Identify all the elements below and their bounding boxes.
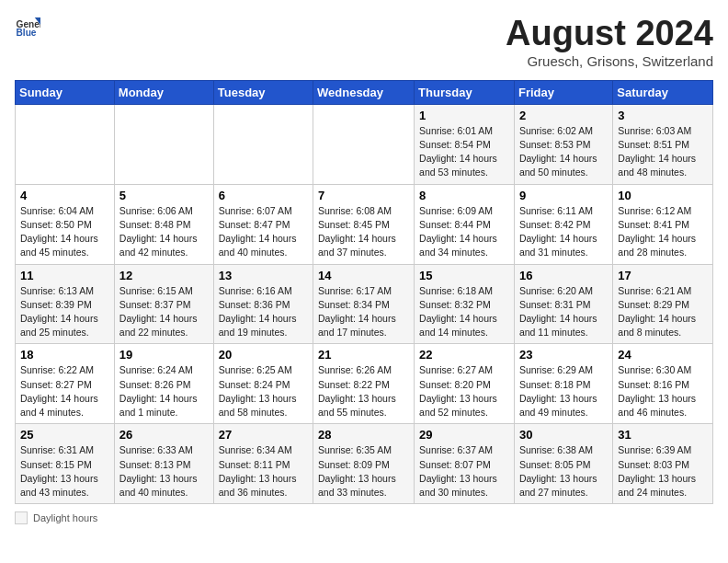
day-info: Sunrise: 6:37 AM Sunset: 8:07 PM Dayligh… [419, 443, 509, 500]
calendar-header-cell: Sunday [16, 80, 115, 104]
calendar-cell [16, 104, 115, 184]
day-info: Sunrise: 6:35 AM Sunset: 8:09 PM Dayligh… [318, 443, 409, 500]
day-number: 8 [419, 189, 509, 202]
day-info: Sunrise: 6:08 AM Sunset: 8:45 PM Dayligh… [318, 204, 409, 260]
daylight-label: Daylight hours [33, 512, 97, 523]
day-number: 22 [419, 348, 509, 362]
calendar-week-row: 25Sunrise: 6:31 AM Sunset: 8:15 PM Dayli… [16, 424, 713, 504]
day-info: Sunrise: 6:01 AM Sunset: 8:54 PM Dayligh… [419, 124, 509, 180]
day-info: Sunrise: 6:22 AM Sunset: 8:27 PM Dayligh… [20, 363, 109, 419]
day-info: Sunrise: 6:12 AM Sunset: 8:41 PM Dayligh… [618, 204, 708, 260]
day-info: Sunrise: 6:16 AM Sunset: 8:36 PM Dayligh… [219, 284, 308, 340]
day-number: 19 [119, 348, 209, 362]
day-info: Sunrise: 6:31 AM Sunset: 8:15 PM Dayligh… [20, 443, 109, 500]
location-title: Gruesch, Grisons, Switzerland [506, 53, 713, 69]
calendar-header-cell: Monday [114, 80, 213, 104]
day-number: 24 [618, 348, 708, 362]
day-number: 7 [318, 189, 409, 202]
calendar-cell: 27Sunrise: 6:34 AM Sunset: 8:11 PM Dayli… [213, 424, 313, 504]
calendar-header-cell: Saturday [613, 80, 713, 104]
day-info: Sunrise: 6:25 AM Sunset: 8:24 PM Dayligh… [219, 363, 308, 419]
daylight-swatch [15, 511, 28, 524]
day-number: 18 [20, 348, 109, 362]
day-info: Sunrise: 6:38 AM Sunset: 8:05 PM Dayligh… [519, 443, 608, 500]
calendar-header-row: SundayMondayTuesdayWednesdayThursdayFrid… [16, 80, 713, 104]
day-info: Sunrise: 6:20 AM Sunset: 8:31 PM Dayligh… [519, 284, 608, 340]
day-number: 26 [119, 428, 209, 442]
calendar-cell: 2Sunrise: 6:02 AM Sunset: 8:53 PM Daylig… [514, 104, 612, 184]
calendar-cell: 29Sunrise: 6:37 AM Sunset: 8:07 PM Dayli… [415, 424, 515, 504]
day-info: Sunrise: 6:15 AM Sunset: 8:37 PM Dayligh… [119, 284, 209, 340]
calendar-cell: 22Sunrise: 6:27 AM Sunset: 8:20 PM Dayli… [415, 344, 515, 424]
day-number: 13 [219, 269, 308, 282]
calendar-cell: 8Sunrise: 6:09 AM Sunset: 8:44 PM Daylig… [415, 184, 515, 264]
calendar-cell: 17Sunrise: 6:21 AM Sunset: 8:29 PM Dayli… [613, 264, 713, 344]
header: General Blue August 2024 Gruesch, Grison… [15, 15, 713, 69]
calendar-week-row: 18Sunrise: 6:22 AM Sunset: 8:27 PM Dayli… [16, 344, 713, 424]
calendar-cell: 24Sunrise: 6:30 AM Sunset: 8:16 PM Dayli… [613, 344, 713, 424]
calendar-cell: 4Sunrise: 6:04 AM Sunset: 8:50 PM Daylig… [16, 184, 115, 264]
day-info: Sunrise: 6:13 AM Sunset: 8:39 PM Dayligh… [20, 284, 109, 340]
day-number: 16 [519, 269, 608, 282]
calendar-week-row: 1Sunrise: 6:01 AM Sunset: 8:54 PM Daylig… [16, 104, 713, 184]
calendar-cell: 23Sunrise: 6:29 AM Sunset: 8:18 PM Dayli… [514, 344, 612, 424]
calendar-cell: 9Sunrise: 6:11 AM Sunset: 8:42 PM Daylig… [514, 184, 612, 264]
calendar-cell: 15Sunrise: 6:18 AM Sunset: 8:32 PM Dayli… [415, 264, 515, 344]
day-info: Sunrise: 6:18 AM Sunset: 8:32 PM Dayligh… [419, 284, 509, 340]
calendar-cell [313, 104, 415, 184]
day-info: Sunrise: 6:03 AM Sunset: 8:51 PM Dayligh… [618, 124, 708, 180]
calendar-cell: 3Sunrise: 6:03 AM Sunset: 8:51 PM Daylig… [613, 104, 713, 184]
calendar-cell: 26Sunrise: 6:33 AM Sunset: 8:13 PM Dayli… [114, 424, 213, 504]
day-number: 5 [119, 189, 209, 202]
day-info: Sunrise: 6:29 AM Sunset: 8:18 PM Dayligh… [519, 363, 608, 419]
calendar-cell: 21Sunrise: 6:26 AM Sunset: 8:22 PM Dayli… [313, 344, 415, 424]
day-info: Sunrise: 6:02 AM Sunset: 8:53 PM Dayligh… [519, 124, 608, 180]
logo: General Blue [15, 15, 40, 40]
day-info: Sunrise: 6:34 AM Sunset: 8:11 PM Dayligh… [219, 443, 308, 500]
day-number: 10 [618, 189, 708, 202]
calendar-header-cell: Tuesday [213, 80, 313, 104]
generalblue-logo-icon: General Blue [15, 15, 40, 40]
calendar-header-cell: Thursday [415, 80, 515, 104]
calendar-header-cell: Friday [514, 80, 612, 104]
calendar-cell: 1Sunrise: 6:01 AM Sunset: 8:54 PM Daylig… [415, 104, 515, 184]
day-info: Sunrise: 6:11 AM Sunset: 8:42 PM Dayligh… [519, 204, 608, 260]
calendar-cell: 11Sunrise: 6:13 AM Sunset: 8:39 PM Dayli… [16, 264, 115, 344]
calendar-cell: 20Sunrise: 6:25 AM Sunset: 8:24 PM Dayli… [213, 344, 313, 424]
calendar-cell: 19Sunrise: 6:24 AM Sunset: 8:26 PM Dayli… [114, 344, 213, 424]
calendar-week-row: 11Sunrise: 6:13 AM Sunset: 8:39 PM Dayli… [16, 264, 713, 344]
calendar-cell [213, 104, 313, 184]
day-number: 25 [20, 428, 109, 442]
calendar-header-cell: Wednesday [313, 80, 415, 104]
calendar-cell: 18Sunrise: 6:22 AM Sunset: 8:27 PM Dayli… [16, 344, 115, 424]
calendar-cell: 16Sunrise: 6:20 AM Sunset: 8:31 PM Dayli… [514, 264, 612, 344]
day-number: 21 [318, 348, 409, 362]
calendar-cell [114, 104, 213, 184]
calendar-cell: 31Sunrise: 6:39 AM Sunset: 8:03 PM Dayli… [613, 424, 713, 504]
day-number: 27 [219, 428, 308, 442]
day-number: 2 [519, 109, 608, 122]
calendar-cell: 12Sunrise: 6:15 AM Sunset: 8:37 PM Dayli… [114, 264, 213, 344]
calendar-body: 1Sunrise: 6:01 AM Sunset: 8:54 PM Daylig… [16, 104, 713, 503]
day-info: Sunrise: 6:21 AM Sunset: 8:29 PM Dayligh… [618, 284, 708, 340]
day-number: 3 [618, 109, 708, 122]
calendar-cell: 10Sunrise: 6:12 AM Sunset: 8:41 PM Dayli… [613, 184, 713, 264]
day-number: 29 [419, 428, 509, 442]
day-number: 30 [519, 428, 608, 442]
svg-text:Blue: Blue [17, 28, 37, 38]
calendar-cell: 6Sunrise: 6:07 AM Sunset: 8:47 PM Daylig… [213, 184, 313, 264]
day-number: 14 [318, 269, 409, 282]
calendar-week-row: 4Sunrise: 6:04 AM Sunset: 8:50 PM Daylig… [16, 184, 713, 264]
day-info: Sunrise: 6:24 AM Sunset: 8:26 PM Dayligh… [119, 363, 209, 419]
day-number: 6 [219, 189, 308, 202]
day-info: Sunrise: 6:39 AM Sunset: 8:03 PM Dayligh… [618, 443, 708, 500]
day-number: 1 [419, 109, 509, 122]
day-number: 23 [519, 348, 608, 362]
month-title: August 2024 [506, 15, 713, 53]
day-info: Sunrise: 6:17 AM Sunset: 8:34 PM Dayligh… [318, 284, 409, 340]
footer-note: Daylight hours [15, 511, 713, 524]
day-number: 4 [20, 189, 109, 202]
day-info: Sunrise: 6:06 AM Sunset: 8:48 PM Dayligh… [119, 204, 209, 260]
day-number: 28 [318, 428, 409, 442]
day-info: Sunrise: 6:09 AM Sunset: 8:44 PM Dayligh… [419, 204, 509, 260]
